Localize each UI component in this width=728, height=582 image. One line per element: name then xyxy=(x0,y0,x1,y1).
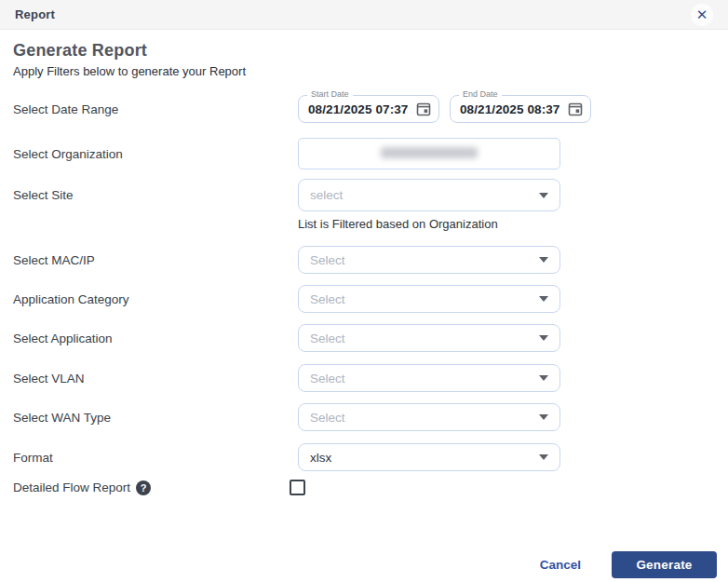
vlan-select[interactable]: Select xyxy=(298,364,560,392)
start-date-input[interactable]: Start Date 08/21/2025 07:37 xyxy=(298,95,439,123)
dialog-header: Report ✕ xyxy=(0,0,728,30)
chevron-down-icon xyxy=(539,193,548,198)
vlan-select-value: Select xyxy=(310,372,539,386)
vlan-label: Select VLAN xyxy=(13,372,298,386)
wan-type-select-value: Select xyxy=(310,411,539,425)
mac-ip-select-value: Select xyxy=(310,253,539,267)
date-fields: Start Date 08/21/2025 07:37 End Date 08/… xyxy=(298,95,591,123)
mac-ip-row: Select MAC/IP Select xyxy=(13,246,715,274)
title-block: Generate Report Apply Filters below to g… xyxy=(0,30,728,78)
calendar-icon[interactable] xyxy=(416,102,431,116)
cancel-button[interactable]: Cancel xyxy=(540,558,581,572)
dialog-title: Report xyxy=(15,7,55,21)
site-select[interactable]: select xyxy=(298,179,560,211)
detailed-flow-report-row: Detailed Flow Report ? xyxy=(13,480,715,495)
vlan-row: Select VLAN Select xyxy=(13,364,715,392)
close-icon[interactable]: ✕ xyxy=(691,4,713,26)
end-date-value: 08/21/2025 08:37 xyxy=(460,102,568,116)
date-range-label: Select Date Range xyxy=(13,102,298,116)
wan-type-label: Select WAN Type xyxy=(13,411,298,425)
format-select[interactable]: xlsx xyxy=(298,443,560,471)
organization-label: Select Organization xyxy=(13,147,298,161)
organization-input[interactable] xyxy=(298,138,560,169)
chevron-down-icon xyxy=(539,335,548,341)
detailed-flow-report-checkbox[interactable] xyxy=(290,480,305,495)
format-row: Format xlsx xyxy=(13,443,715,471)
site-row: Select Site select List is Filtered base… xyxy=(13,179,715,231)
chevron-down-icon xyxy=(539,296,548,302)
page-title: Generate Report xyxy=(13,41,715,61)
detailed-flow-report-label: Detailed Flow Report xyxy=(13,480,130,494)
generate-report-dialog: Report ✕ Generate Report Apply Filters b… xyxy=(0,0,728,582)
start-date-value: 08/21/2025 07:37 xyxy=(308,102,416,116)
mac-ip-label: Select MAC/IP xyxy=(13,253,298,267)
format-label: Format xyxy=(13,451,298,465)
site-select-value: select xyxy=(310,188,539,202)
wan-type-row: Select WAN Type Select xyxy=(13,403,715,431)
date-range-row: Select Date Range Start Date 08/21/2025 … xyxy=(13,95,715,123)
report-filter-form: Select Date Range Start Date 08/21/2025 … xyxy=(0,95,728,495)
chevron-down-icon xyxy=(539,454,548,460)
generate-button[interactable]: Generate xyxy=(612,551,717,578)
end-date-input[interactable]: End Date 08/21/2025 08:37 xyxy=(450,95,591,123)
start-date-float-label: Start Date xyxy=(307,89,353,99)
mac-ip-select[interactable]: Select xyxy=(298,246,560,274)
dialog-footer: Cancel Generate xyxy=(540,551,717,578)
chevron-down-icon xyxy=(539,414,548,420)
format-select-value: xlsx xyxy=(310,451,539,465)
application-label: Select Application xyxy=(13,332,298,345)
calendar-icon[interactable] xyxy=(568,102,583,116)
application-category-select-value: Select xyxy=(310,292,539,306)
organization-row: Select Organization xyxy=(13,138,715,169)
site-helper-text: List is Filtered based on Organization xyxy=(298,217,560,231)
end-date-float-label: End Date xyxy=(459,89,502,99)
application-row: Select Application Select xyxy=(13,324,715,352)
application-select-value: Select xyxy=(310,332,539,345)
help-icon[interactable]: ? xyxy=(136,480,151,495)
chevron-down-icon xyxy=(539,257,548,263)
application-category-select[interactable]: Select xyxy=(298,285,560,313)
application-select[interactable]: Select xyxy=(298,324,560,352)
redacted-organization-value xyxy=(381,147,478,158)
site-label: Select Site xyxy=(13,179,298,211)
wan-type-select[interactable]: Select xyxy=(298,403,560,431)
application-category-row: Application Category Select xyxy=(13,285,715,313)
chevron-down-icon xyxy=(539,375,548,381)
page-subtitle: Apply Filters below to generate your Rep… xyxy=(13,64,715,78)
application-category-label: Application Category xyxy=(13,292,298,306)
